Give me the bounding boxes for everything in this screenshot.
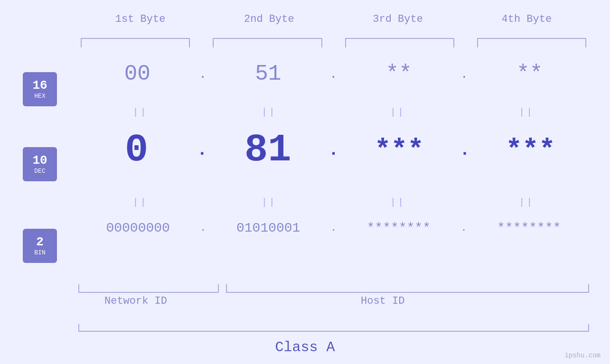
eq-1-1: || bbox=[76, 107, 205, 118]
badge-hex-num: 16 bbox=[32, 79, 47, 93]
eq-1-3: || bbox=[334, 107, 462, 118]
class-bracket bbox=[78, 324, 589, 332]
hex-val-4: ** bbox=[468, 62, 591, 86]
main-container: 1st Byte 2nd Byte 3rd Byte 4th Byte 16 H… bbox=[0, 0, 610, 364]
bracket-1 bbox=[81, 38, 190, 47]
bin-val-3: ******** bbox=[337, 221, 460, 235]
hex-row: 00 . 51 . ** . ** bbox=[76, 62, 591, 86]
bin-val-4: ******** bbox=[467, 221, 591, 235]
watermark: ipshu.com bbox=[564, 352, 601, 359]
byte-label-1: 1st Byte bbox=[76, 13, 205, 25]
byte-label-4: 4th Byte bbox=[462, 13, 591, 25]
host-id-bracket bbox=[226, 284, 589, 293]
eq-2-2: || bbox=[205, 197, 333, 208]
bracket-3 bbox=[345, 38, 454, 47]
network-id-label: Network ID bbox=[104, 295, 167, 307]
badge-dec-num: 10 bbox=[32, 154, 47, 168]
hex-dot-3: . bbox=[460, 67, 469, 82]
eq-1-4: || bbox=[462, 107, 591, 118]
network-id-bracket bbox=[78, 284, 219, 293]
hex-val-3: ** bbox=[338, 62, 460, 86]
badge-dec-sub: DEC bbox=[34, 168, 45, 175]
dec-val-2: 81 bbox=[207, 128, 328, 172]
badge-bin-sub: BIN bbox=[34, 249, 45, 256]
dec-dot-1: . bbox=[197, 140, 207, 160]
bin-row: 00000000 . 01010001 . ******** . *******… bbox=[76, 221, 591, 235]
dec-val-1: 0 bbox=[76, 128, 197, 172]
bracket-4 bbox=[477, 38, 586, 47]
bin-dot-3: . bbox=[460, 222, 467, 234]
eq-row-1: || || || || bbox=[76, 107, 591, 118]
eq-row-2: || || || || bbox=[76, 197, 591, 208]
bracket-2 bbox=[213, 38, 322, 47]
byte-labels-row: 1st Byte 2nd Byte 3rd Byte 4th Byte bbox=[76, 13, 591, 25]
hex-val-2: 51 bbox=[206, 62, 329, 86]
host-id-label: Host ID bbox=[361, 295, 404, 307]
hex-val-1: 00 bbox=[76, 62, 199, 86]
eq-2-4: || bbox=[462, 197, 591, 208]
badge-bin: 2 BIN bbox=[23, 229, 57, 263]
dec-dot-2: . bbox=[328, 140, 339, 160]
hex-dot-2: . bbox=[329, 67, 338, 82]
badge-hex-sub: HEX bbox=[34, 93, 45, 100]
bin-val-2: 01010001 bbox=[206, 221, 330, 235]
bin-val-1: 00000000 bbox=[76, 221, 200, 235]
badge-hex: 16 HEX bbox=[23, 72, 57, 106]
dec-dot-3: . bbox=[460, 140, 470, 160]
dec-val-4: *** bbox=[470, 135, 591, 166]
badge-dec: 10 DEC bbox=[23, 147, 57, 181]
eq-1-2: || bbox=[205, 107, 333, 118]
byte-label-2: 2nd Byte bbox=[205, 13, 333, 25]
eq-2-1: || bbox=[76, 197, 205, 208]
dec-row: 0 . 81 . *** . *** bbox=[76, 128, 591, 172]
hex-dot-1: . bbox=[199, 67, 207, 82]
class-label: Class A bbox=[275, 339, 335, 355]
eq-2-3: || bbox=[334, 197, 462, 208]
bin-dot-2: . bbox=[330, 222, 337, 234]
bin-dot-1: . bbox=[200, 222, 206, 234]
brackets-row bbox=[76, 38, 591, 47]
byte-label-3: 3rd Byte bbox=[334, 13, 462, 25]
badge-bin-num: 2 bbox=[36, 235, 44, 249]
dec-val-3: *** bbox=[338, 135, 460, 166]
